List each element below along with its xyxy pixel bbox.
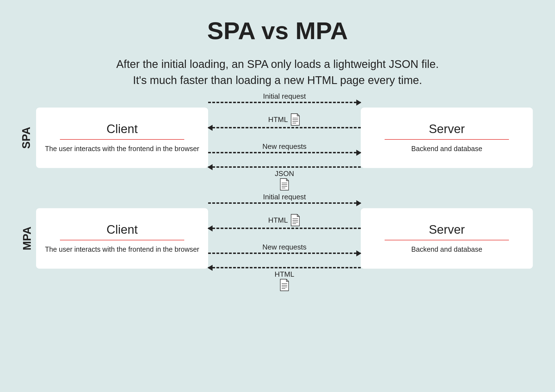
divider bbox=[385, 240, 509, 240]
divider bbox=[60, 240, 184, 240]
mpa-client-title: Client bbox=[44, 223, 200, 236]
diagram-subtitle: After the initial loading, an SPA only l… bbox=[22, 56, 533, 88]
spa-arrows: Initial request HTML New requests J bbox=[208, 108, 361, 168]
mpa-server-desc: Backend and database bbox=[369, 245, 524, 254]
diagram-title: SPA vs MPA bbox=[22, 17, 533, 45]
mpa-section: MPA Client The user interacts with the f… bbox=[22, 208, 533, 269]
document-icon bbox=[290, 113, 301, 126]
subtitle-line-1: After the initial loading, an SPA only l… bbox=[116, 58, 439, 70]
document-icon bbox=[279, 178, 290, 191]
spa-server-desc: Backend and database bbox=[369, 144, 524, 154]
mpa-server-panel: Server Backend and database bbox=[361, 208, 533, 269]
mpa-client-desc: The user interacts with the frontend in … bbox=[44, 245, 200, 254]
spa-section: SPA Client The user interacts with the f… bbox=[22, 108, 533, 168]
arrow-right-icon bbox=[208, 152, 361, 153]
mpa-arrow-initial-request-label: Initial request bbox=[263, 193, 306, 201]
document-icon bbox=[279, 279, 290, 291]
mpa-arrow-new-requests-label: New requests bbox=[263, 243, 307, 251]
mpa-arrow-html-label: HTML bbox=[268, 216, 288, 225]
spa-arrow-initial-request-label: Initial request bbox=[263, 92, 306, 101]
arrow-left-icon bbox=[208, 127, 361, 128]
spa-arrow-new-requests-label: New requests bbox=[263, 142, 307, 151]
spa-server-panel: Server Backend and database bbox=[361, 108, 533, 168]
spa-arrow-json-label: JSON bbox=[275, 169, 294, 178]
divider bbox=[385, 139, 509, 140]
document-icon bbox=[290, 214, 301, 226]
divider bbox=[60, 139, 184, 140]
mpa-arrows: Initial request HTML New requests HTML bbox=[208, 208, 361, 269]
mpa-server-title: Server bbox=[369, 223, 524, 236]
arrow-left-icon bbox=[208, 267, 361, 268]
spa-client-panel: Client The user interacts with the front… bbox=[36, 108, 208, 168]
spa-client-desc: The user interacts with the frontend in … bbox=[44, 144, 200, 154]
spa-client-title: Client bbox=[44, 122, 200, 136]
mpa-client-panel: Client The user interacts with the front… bbox=[36, 208, 208, 269]
mpa-section-label: MPA bbox=[21, 226, 33, 250]
subtitle-line-2: It's much faster than loading a new HTML… bbox=[133, 74, 422, 86]
spa-arrow-html-label: HTML bbox=[268, 115, 288, 124]
spa-server-title: Server bbox=[369, 122, 524, 136]
arrow-left-icon bbox=[208, 166, 361, 168]
arrow-right-icon bbox=[208, 102, 361, 103]
arrow-right-icon bbox=[208, 202, 361, 204]
spa-section-label: SPA bbox=[20, 127, 32, 149]
arrow-left-icon bbox=[208, 228, 361, 229]
mpa-arrow-html2-label: HTML bbox=[275, 270, 294, 279]
arrow-right-icon bbox=[208, 253, 361, 254]
